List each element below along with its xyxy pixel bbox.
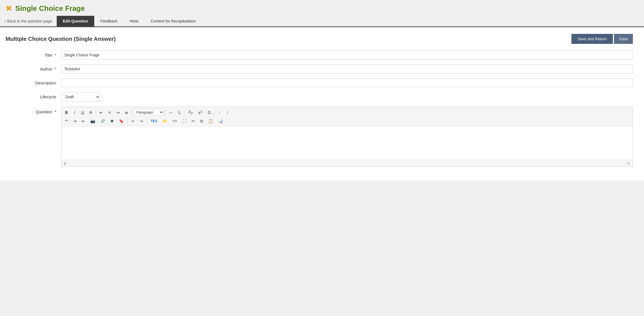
unlink-button[interactable]: ✖ xyxy=(108,118,116,124)
toolbar-row-2: ❛❛ ⇥ ⇤ 📷 🔗 ✖ 🔖 ↩ ↪ TEX 📁 <> xyxy=(63,117,631,125)
align-justify-button[interactable]: ≣ xyxy=(122,109,131,116)
back-to-question-page[interactable]: Back to the question page xyxy=(0,16,57,26)
lifecycle-label: Lifecycle xyxy=(6,92,61,99)
separator-7 xyxy=(147,118,147,124)
tab-content-recapitulation[interactable]: Content for Recapitulation xyxy=(145,16,202,26)
editor-path: p xyxy=(64,161,66,165)
italic-button[interactable]: I xyxy=(71,109,78,116)
unordered-list-button[interactable]: ⁝ xyxy=(216,109,223,116)
superscript-button[interactable]: X2 xyxy=(195,109,205,116)
form-section: Title * Author * Description Lifecycle xyxy=(3,51,636,167)
editor-footer: p ⇲ xyxy=(61,160,633,167)
clear-format-button[interactable]: Ix xyxy=(175,109,183,116)
resize-handle[interactable]: ⇲ xyxy=(626,161,630,165)
strikethrough-button[interactable]: S xyxy=(87,109,95,116)
ordered-list-button[interactable]: ⁞ xyxy=(224,109,231,116)
blockquote-button[interactable]: ❛❛ xyxy=(63,118,70,124)
page-title: Single Choice Frage xyxy=(15,4,85,13)
description-row: Description xyxy=(6,78,633,87)
file-button[interactable]: 📁 xyxy=(160,118,170,124)
form-main-title: Multiple Choice Question (Single Answer) xyxy=(6,36,116,42)
editor-toolbar: B I U S ⇤ ≡ ⇥ ≣ Paragraph Heading 1 xyxy=(61,107,633,126)
paragraph-style-select[interactable]: Paragraph Heading 1 Heading 2 Heading 3 xyxy=(133,109,164,116)
indent-less-button[interactable]: ⇤ xyxy=(79,118,88,124)
description-label: Description xyxy=(6,78,61,85)
question-label: Question * xyxy=(6,107,61,114)
subscript-button[interactable]: X2 xyxy=(186,109,195,116)
question-required: * xyxy=(55,109,56,114)
author-input[interactable] xyxy=(61,64,633,73)
question-row: Question * B I U S ⇤ ≡ ⇥ ≣ xyxy=(6,107,633,167)
tab-feedback[interactable]: Feedback xyxy=(94,16,123,26)
save-button[interactable]: Save xyxy=(614,34,633,44)
fullscreen-button[interactable]: ⛶ xyxy=(180,118,189,124)
main-content: Multiple Choice Question (Single Answer)… xyxy=(0,27,644,180)
title-input[interactable] xyxy=(61,51,633,59)
align-right-button[interactable]: ⇥ xyxy=(114,109,122,116)
image-button[interactable]: 📷 xyxy=(88,118,98,124)
separator-4 xyxy=(184,109,185,116)
form-header-row: Multiple Choice Question (Single Answer)… xyxy=(3,34,636,44)
cut-button[interactable]: ✂ xyxy=(189,118,197,124)
special-char-button[interactable]: Ω xyxy=(205,109,213,116)
bold-button[interactable]: B xyxy=(63,109,70,116)
link-button[interactable]: 🔗 xyxy=(98,118,108,124)
page-icon: ✖ xyxy=(6,4,12,13)
title-row: Title * xyxy=(6,51,633,59)
tab-edit-question[interactable]: Edit Question xyxy=(57,16,94,26)
align-left-button[interactable]: ⇤ xyxy=(97,109,105,116)
paste-button[interactable]: 📋 xyxy=(206,118,216,124)
lifecycle-row: Lifecycle Draft Published Outdated xyxy=(6,92,633,102)
undo-button[interactable]: ↩ xyxy=(129,118,137,124)
form-header-buttons: Save and Return Save xyxy=(571,34,633,44)
tab-hints[interactable]: Hints xyxy=(123,16,145,26)
save-and-return-button[interactable]: Save and Return xyxy=(571,34,613,44)
underline-button[interactable]: U xyxy=(79,109,86,116)
toolbar-row-1: B I U S ⇤ ≡ ⇥ ≣ Paragraph Heading 1 xyxy=(63,108,631,117)
source-button[interactable]: <> xyxy=(170,118,179,124)
separator-2 xyxy=(132,109,132,116)
lifecycle-select[interactable]: Draft Published Outdated xyxy=(61,92,100,102)
redo-button[interactable]: ↪ xyxy=(137,118,146,124)
align-center-button[interactable]: ≡ xyxy=(106,109,113,116)
author-row: Author * xyxy=(6,64,633,73)
bookmark-button[interactable]: 🔖 xyxy=(117,118,126,124)
author-required: * xyxy=(55,67,56,71)
tex-button[interactable]: TEX xyxy=(148,118,160,124)
paste-special-button[interactable]: 📊 xyxy=(216,118,226,124)
rich-text-editor: B I U S ⇤ ≡ ⇥ ≣ Paragraph Heading 1 xyxy=(61,107,633,167)
description-input[interactable] xyxy=(61,78,633,87)
page-header: ✖ Single Choice Frage xyxy=(0,0,644,16)
copy-button[interactable]: ⧉ xyxy=(198,118,205,124)
separator-5 xyxy=(214,109,214,116)
separator-3 xyxy=(165,109,165,116)
title-label: Title * xyxy=(6,51,61,57)
separator-1 xyxy=(96,109,96,116)
nav-tabs: Back to the question page Edit Question … xyxy=(0,16,644,27)
separator-6 xyxy=(127,118,128,124)
hr-button[interactable]: — xyxy=(166,109,175,116)
indent-more-button[interactable]: ⇥ xyxy=(71,118,79,124)
title-required: * xyxy=(55,53,56,57)
author-label: Author * xyxy=(6,64,61,71)
editor-body[interactable] xyxy=(61,126,633,160)
